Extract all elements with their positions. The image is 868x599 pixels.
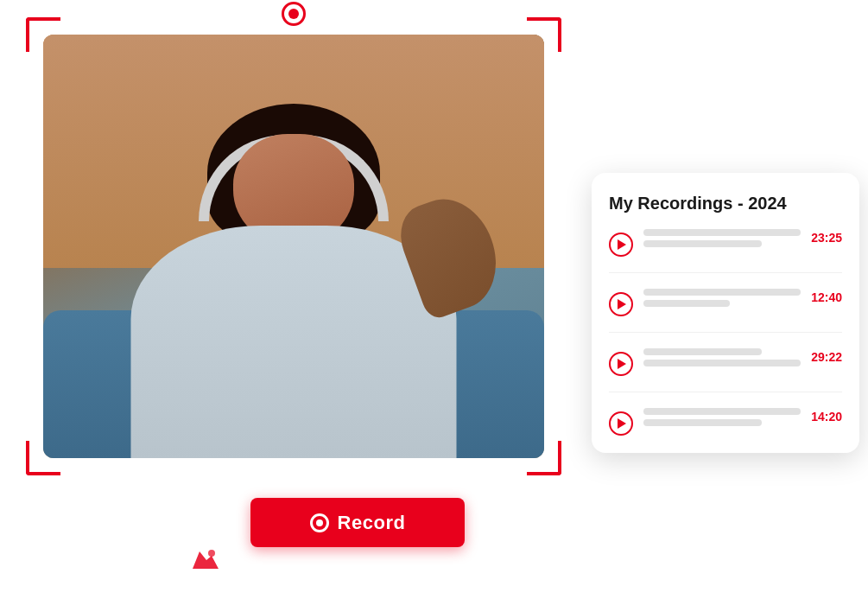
play-button-4[interactable]: [609, 411, 633, 436]
recording-info-3: [643, 348, 801, 366]
recording-item: 23:25: [609, 229, 842, 273]
recording-lines-1: [643, 229, 801, 247]
recording-item: 29:22: [609, 348, 842, 392]
recording-duration-2: 12:40: [811, 290, 842, 304]
record-indicator-top: [282, 2, 306, 26]
recording-info-1: [643, 229, 801, 247]
person-image: [43, 35, 544, 458]
recording-duration-1: 23:25: [811, 231, 842, 245]
main-scene: Record My Recordings - 2024 23:25: [0, 0, 868, 599]
recording-duration-3: 29:22: [811, 350, 842, 364]
recording-info-2: [643, 289, 801, 307]
recording-line: [643, 229, 801, 236]
recording-info-4: [643, 408, 801, 426]
recording-line: [643, 360, 801, 366]
recordings-title: My Recordings - 2024: [609, 194, 842, 213]
video-content: [43, 35, 544, 458]
recordings-panel: My Recordings - 2024 23:25 12:40: [592, 173, 859, 453]
recording-lines-3: [643, 348, 801, 366]
play-button-1[interactable]: [609, 233, 633, 257]
recording-item: 14:20: [609, 408, 842, 436]
recording-duration-4: 14:20: [811, 410, 842, 424]
play-button-2[interactable]: [609, 292, 633, 316]
recording-item: 12:40: [609, 289, 842, 333]
recording-lines-4: [643, 408, 801, 426]
record-button-label: Record: [338, 512, 406, 534]
recording-line: [643, 240, 762, 247]
decorative-icon: [186, 543, 220, 577]
record-button[interactable]: Record: [250, 498, 465, 547]
recording-line: [643, 300, 730, 307]
recording-line: [643, 419, 762, 426]
camera-frame: [26, 17, 561, 475]
svg-point-0: [208, 550, 215, 557]
recording-line: [643, 348, 762, 355]
recording-line: [643, 289, 801, 296]
recording-line: [643, 408, 801, 415]
play-button-3[interactable]: [609, 352, 633, 376]
recording-lines-2: [643, 289, 801, 307]
record-circle-icon: [310, 513, 329, 532]
